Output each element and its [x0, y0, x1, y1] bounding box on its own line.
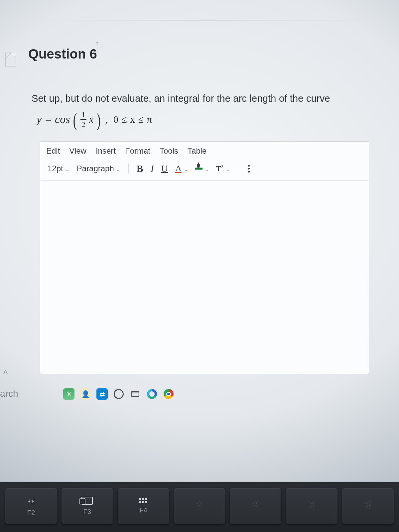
editor-toolbar: 12pt ⌄ Paragraph ⌄ B I U A ⌄ ⌄ T2 ⌄: [40, 159, 369, 181]
paragraph-style-label: Paragraph: [77, 164, 114, 173]
editor-textarea[interactable]: [40, 181, 369, 367]
key-label: F4: [139, 506, 147, 514]
edge-icon[interactable]: [146, 388, 158, 400]
menu-tools[interactable]: Tools: [160, 146, 178, 156]
svg-rect-0: [132, 391, 139, 396]
key-label: F3: [83, 508, 91, 516]
equation-comma: ,: [105, 113, 108, 126]
toolbar-separator: [128, 164, 129, 174]
weather-icon[interactable]: ☀: [63, 388, 74, 400]
key-f6: ░: [230, 488, 281, 524]
keyboard-row: F2 F3 F4 ░ ░ ░ ░: [0, 482, 399, 532]
chevron-down-icon: ⌄: [65, 166, 69, 173]
brightness-icon: [27, 495, 35, 506]
menu-edit[interactable]: Edit: [46, 146, 60, 156]
equation-lhs: y = cos: [37, 113, 70, 126]
toolbar-separator: [238, 164, 238, 174]
page-icon: [5, 53, 16, 66]
more-tools-button[interactable]: [248, 165, 250, 173]
question-prompt: Set up, but do not evaluate, an integral…: [32, 93, 330, 104]
rich-text-editor: Edit View Insert Format Tools Table 12pt…: [40, 141, 369, 374]
app-switch-icon: [81, 497, 93, 505]
task-view-icon[interactable]: [130, 388, 141, 400]
equation-domain: 0 ≤ x ≤ π: [113, 114, 152, 125]
text-color-button[interactable]: A ⌄: [173, 162, 191, 175]
font-size-label: 12pt: [48, 164, 63, 173]
chrome-icon[interactable]: [163, 388, 174, 400]
task-view-svg: [131, 390, 140, 398]
key-f4: F4: [118, 488, 169, 524]
key-f7: ░: [286, 488, 337, 524]
fraction: 1 2: [80, 110, 86, 128]
font-size-select[interactable]: 12pt ⌄: [45, 163, 72, 175]
question-title: Question 6: [28, 47, 97, 62]
superscript-button[interactable]: T2 ⌄: [213, 163, 232, 175]
menu-format[interactable]: Format: [125, 146, 150, 156]
text-color-icon: A: [175, 164, 182, 174]
italic-button[interactable]: I: [148, 162, 157, 176]
chevron-down-icon: ⌄: [204, 166, 209, 173]
news-icon[interactable]: 👤: [80, 388, 91, 400]
editor-menubar: Edit View Insert Format Tools Table: [40, 142, 369, 159]
screen-gleam: [27, 20, 389, 21]
scroll-caret: ^: [3, 368, 8, 379]
search-fragment: arch: [0, 388, 18, 399]
taskbar-tray: ☀ 👤 ⇄: [63, 388, 174, 400]
fraction-denominator: 2: [81, 120, 85, 128]
chevron-down-icon: ⌄: [116, 166, 120, 173]
paragraph-style-select[interactable]: Paragraph ⌄: [74, 163, 123, 175]
bold-button[interactable]: B: [134, 162, 146, 176]
key-f5: ░: [174, 488, 225, 524]
superscript-icon: T2: [216, 164, 223, 173]
grid-icon: [139, 498, 147, 503]
chevron-down-icon: ⌄: [184, 166, 188, 173]
key-f2: F2: [5, 488, 57, 524]
stray-mark: ,: [95, 35, 100, 46]
highlight-button[interactable]: ⌄: [193, 164, 211, 173]
key-f3: F3: [62, 488, 113, 524]
app-icon[interactable]: ⇄: [96, 388, 108, 400]
key-label: F2: [27, 509, 35, 517]
equation: y = cos ( 1 2 x ) , 0 ≤ x ≤ π: [37, 110, 152, 128]
cortana-icon[interactable]: [113, 388, 124, 400]
chevron-down-icon: ⌄: [225, 166, 230, 173]
key-f8: ░: [342, 488, 394, 524]
fraction-numerator: 1: [80, 110, 86, 120]
underline-button[interactable]: U: [159, 162, 171, 175]
menu-insert[interactable]: Insert: [96, 146, 116, 156]
menu-table[interactable]: Table: [188, 146, 206, 156]
menu-view[interactable]: View: [69, 146, 86, 156]
highlighter-icon: [195, 168, 202, 170]
equation-var: x: [89, 114, 93, 125]
